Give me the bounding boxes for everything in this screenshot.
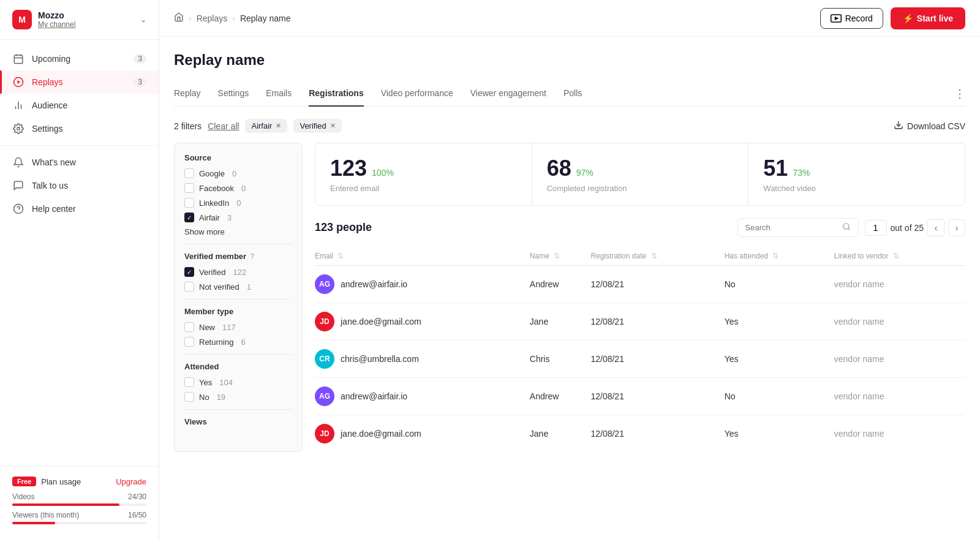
sidebar-item-settings[interactable]: Settings [0, 117, 159, 140]
cell-email: AG andrew@airfair.io [315, 266, 530, 303]
col-registration-date[interactable]: Registration date ⇅ [590, 247, 724, 266]
filter-tag-airfair-close[interactable]: ✕ [276, 122, 281, 130]
show-more-button[interactable]: Show more [184, 227, 292, 236]
next-page-button[interactable]: › [948, 219, 965, 236]
filter-google-checkbox[interactable] [184, 168, 194, 178]
filter-not-verified-opt[interactable]: Not verified 1 [184, 282, 292, 292]
col-name[interactable]: Name ⇅ [530, 247, 591, 266]
table-row[interactable]: CR chris@umbrella.com Chris 12/08/21 Yes… [315, 341, 965, 378]
table-row[interactable]: JD jane.doe@gmail.com Jane 12/08/21 Yes … [315, 303, 965, 341]
chevron-down-icon[interactable]: ⌄ [140, 15, 146, 24]
sidebar-item-help[interactable]: Help center [0, 197, 159, 221]
col-email[interactable]: Email ⇅ [315, 247, 530, 266]
filter-facebook[interactable]: Facebook 0 [184, 183, 292, 193]
stats-row: 123 100% Entered email 68 97% Completed … [315, 143, 965, 206]
stat-watched-pct: 73% [793, 168, 810, 178]
sidebar-item-upcoming-badge: 3 [134, 54, 146, 64]
filter-new-checkbox[interactable] [184, 322, 194, 332]
avatar: CR [315, 349, 334, 369]
filter-no-checkbox[interactable] [184, 392, 194, 402]
stat-completed-number: 68 [547, 156, 571, 181]
filter-no[interactable]: No 19 [184, 392, 292, 402]
start-live-label: Start live [917, 13, 953, 23]
sidebar-item-upcoming[interactable]: Upcoming 3 [0, 47, 159, 70]
avatar: JD [315, 312, 334, 331]
videos-progress-fill [12, 503, 119, 506]
plan-label: Plan usage [41, 477, 111, 486]
content-area: Replay name Replay Settings Emails Regis… [159, 37, 980, 539]
table-row[interactable]: AG andrew@airfair.io Andrew 12/08/21 No … [315, 378, 965, 415]
sidebar: M Mozzo My channel ⌄ Upcoming 3 Replays … [0, 0, 159, 539]
tab-viewer-engagement[interactable]: Viewer engagement [470, 81, 546, 107]
sidebar-item-talk-label: Talk to us [32, 181, 146, 190]
sidebar-item-talk[interactable]: Talk to us [0, 174, 159, 197]
record-button[interactable]: Record [820, 8, 883, 29]
cell-email: JD jane.doe@gmail.com [315, 415, 530, 453]
filter-linkedin-checkbox[interactable] [184, 198, 194, 208]
filter-verified-checkbox[interactable] [184, 267, 194, 277]
breadcrumb-current: Replay name [240, 13, 291, 23]
tab-emails[interactable]: Emails [266, 81, 292, 107]
download-csv-button[interactable]: Download CSV [894, 120, 965, 132]
filter-views-title: Views [184, 417, 292, 426]
table-row[interactable]: AG andrew@airfair.io Andrew 12/08/21 No … [315, 266, 965, 303]
filter-facebook-count: 0 [241, 184, 246, 193]
filter-yes[interactable]: Yes 104 [184, 377, 292, 387]
table-row[interactable]: JD jane.doe@gmail.com Jane 12/08/21 Yes … [315, 415, 965, 453]
filter-yes-checkbox[interactable] [184, 377, 194, 387]
filter-new[interactable]: New 117 [184, 322, 292, 332]
breadcrumb-sep-1: › [189, 13, 192, 23]
filter-airfair-checkbox[interactable] [184, 213, 194, 222]
cell-attended: Yes [725, 303, 834, 341]
cell-name: Chris [530, 341, 591, 378]
filter-not-verified-checkbox[interactable] [184, 282, 194, 292]
filter-tag-verified-close[interactable]: ✕ [330, 122, 336, 130]
filter-tag-airfair: Airfair ✕ [245, 119, 287, 133]
filter-linkedin[interactable]: LinkedIn 0 [184, 198, 292, 208]
stat-watched-number: 51 [763, 156, 788, 181]
svg-line-16 [848, 228, 850, 230]
cell-date: 12/08/21 [590, 415, 724, 453]
filter-returning-count: 6 [241, 337, 245, 347]
filter-airfair[interactable]: Airfair 3 [184, 213, 292, 222]
more-options-icon[interactable]: ⋮ [954, 87, 965, 100]
sidebar-item-audience[interactable]: Audience [0, 94, 159, 117]
people-header: 123 people out of 25 ‹ › [315, 218, 965, 237]
filter-no-count: 19 [217, 393, 225, 402]
filter-linkedin-count: 0 [236, 198, 241, 208]
verified-help-icon[interactable]: ? [250, 252, 254, 261]
filter-returning[interactable]: Returning 6 [184, 337, 292, 347]
prev-page-button[interactable]: ‹ [927, 219, 944, 236]
filter-returning-checkbox[interactable] [184, 337, 194, 347]
email-value: jane.doe@gmail.com [341, 317, 421, 326]
filter-google[interactable]: Google 0 [184, 168, 292, 178]
sidebar-user-info: Mozzo My channel [38, 10, 75, 29]
col-has-attended[interactable]: Has attended ⇅ [725, 247, 834, 266]
search-input[interactable] [745, 223, 837, 232]
clear-all-button[interactable]: Clear all [208, 121, 239, 131]
breadcrumb-home[interactable] [174, 12, 184, 24]
sidebar-user-channel[interactable]: My channel [38, 20, 75, 29]
stat-entered-main: 123 100% [330, 156, 517, 181]
tab-settings[interactable]: Settings [218, 81, 249, 107]
filter-divider-4 [184, 409, 292, 410]
stat-completed: 68 97% Completed registration [532, 143, 749, 205]
filter-verified-opt[interactable]: Verified 122 [184, 267, 292, 277]
tab-replay[interactable]: Replay [174, 81, 201, 107]
breadcrumb-replays[interactable]: Replays [197, 13, 228, 23]
tab-video-performance[interactable]: Video performance [381, 81, 453, 107]
upgrade-button[interactable]: Upgrade [116, 477, 146, 486]
topbar-actions: Record ⚡ Start live [820, 7, 965, 29]
start-live-button[interactable]: ⚡ Start live [891, 7, 965, 29]
sidebar-item-replays[interactable]: Replays 3 [0, 70, 159, 94]
page-input[interactable] [865, 220, 887, 236]
sidebar-item-whats-new[interactable]: What's new [0, 151, 159, 174]
filter-facebook-checkbox[interactable] [184, 183, 194, 193]
sidebar-item-replays-label: Replays [32, 77, 134, 87]
sidebar-bottom: Free Plan usage Upgrade Videos 24/30 Vie… [0, 466, 159, 539]
viewers-value: 16/50 [128, 511, 146, 519]
avatar: AG [315, 386, 334, 406]
col-linked-to-vendor[interactable]: Linked to vendor ⇅ [834, 247, 965, 266]
tab-registrations[interactable]: Registrations [309, 81, 363, 107]
tab-polls[interactable]: Polls [564, 81, 582, 107]
